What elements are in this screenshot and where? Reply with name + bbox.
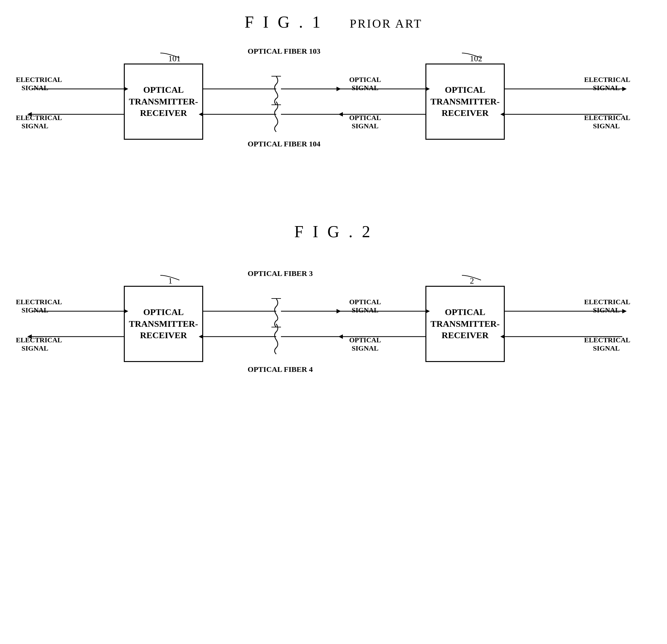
fig2-elec-signal-tr: ELECTRICALSIGNAL: [584, 298, 629, 315]
fig2-connections: [0, 0, 667, 644]
svg-marker-22: [425, 309, 430, 313]
fig2-opt-signal-bm: OPTICALSIGNAL: [346, 336, 384, 353]
svg-marker-39: [500, 334, 505, 339]
fig2-opt-signal-tm: OPTICALSIGNAL: [346, 298, 384, 315]
fig2-elec-signal-bl: ELECTRICALSIGNAL: [16, 336, 54, 353]
fig2-elec-signal-br: ELECTRICALSIGNAL: [584, 336, 629, 353]
fig2-elec-signal-tl: ELECTRICALSIGNAL: [16, 298, 54, 315]
page: { "fig1": { "title": "F I G . 1", "subti…: [0, 0, 667, 644]
svg-marker-25: [199, 334, 203, 339]
svg-marker-33: [124, 309, 128, 313]
